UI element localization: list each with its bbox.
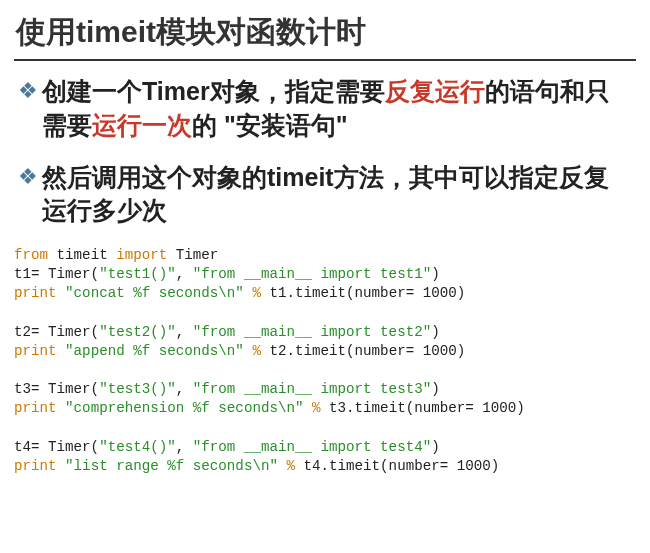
code-token: ): [431, 381, 440, 397]
bullet-1-text: 创建一个Timer对象，指定需要反复运行的语句和只需要运行一次的 "安装语句": [42, 75, 628, 143]
code-token: "from __main__ import test1": [193, 266, 431, 282]
slide-title: 使用timeit模块对函数计时: [16, 12, 636, 53]
code-token: 1000: [482, 400, 516, 416]
code-block: from timeit import Timer t1= Timer("test…: [14, 246, 636, 476]
code-token: ): [431, 324, 440, 340]
code-blank: [14, 362, 23, 378]
bullet-1: ❖ 创建一个Timer对象，指定需要反复运行的语句和只需要运行一次的 "安装语句…: [14, 75, 636, 143]
code-token: %: [252, 343, 261, 359]
code-token: "list range %f seconds\n": [57, 458, 287, 474]
diamond-bullet-icon: ❖: [14, 161, 42, 229]
bullet-1-kw1: 反复运行: [385, 77, 485, 105]
code-blank: [14, 305, 23, 321]
code-token: 1000: [423, 343, 457, 359]
bullet-1-kw2: 运行一次: [92, 111, 192, 139]
code-token: t3= Timer(: [14, 381, 99, 397]
code-token: %: [286, 458, 295, 474]
code-token: timeit: [48, 247, 116, 263]
code-token: print: [14, 400, 57, 416]
bullet-1-pre1: 创建一个Timer对象，指定需要: [42, 77, 385, 105]
code-token: 1000: [457, 458, 491, 474]
code-token: t4.timeit(number=: [295, 458, 457, 474]
code-token: 1000: [423, 285, 457, 301]
code-token: "comprehension %f seconds\n": [57, 400, 312, 416]
code-token: ): [431, 439, 440, 455]
code-token: "from __main__ import test3": [193, 381, 431, 397]
code-token: import: [116, 247, 167, 263]
code-token: t4= Timer(: [14, 439, 99, 455]
code-token: from: [14, 247, 48, 263]
code-token: "test4()": [99, 439, 176, 455]
code-token: "test1()": [99, 266, 176, 282]
code-token: ,: [176, 439, 193, 455]
code-token: t1.timeit(number=: [261, 285, 423, 301]
code-blank: [14, 420, 23, 436]
slide: 使用timeit模块对函数计时 ❖ 创建一个Timer对象，指定需要反复运行的语…: [0, 0, 650, 494]
code-token: ,: [176, 324, 193, 340]
code-token: ,: [176, 266, 193, 282]
code-token: "test2()": [99, 324, 176, 340]
code-token: ): [457, 343, 466, 359]
bullet-2: ❖ 然后调用这个对象的timeit方法，其中可以指定反复运行多少次: [14, 161, 636, 229]
diamond-bullet-icon: ❖: [14, 75, 42, 143]
code-token: %: [312, 400, 321, 416]
code-token: t1= Timer(: [14, 266, 99, 282]
code-token: "from __main__ import test4": [193, 439, 431, 455]
code-token: "from __main__ import test2": [193, 324, 431, 340]
code-token: t2.timeit(number=: [261, 343, 423, 359]
code-token: print: [14, 343, 57, 359]
code-token: "append %f seconds\n": [57, 343, 253, 359]
bullet-1-post: 的 "安装语句": [192, 111, 348, 139]
code-token: %: [252, 285, 261, 301]
code-token: ,: [176, 381, 193, 397]
code-token: "concat %f seconds\n": [57, 285, 253, 301]
code-token: print: [14, 458, 57, 474]
code-token: print: [14, 285, 57, 301]
code-token: "test3()": [99, 381, 176, 397]
code-token: t3.timeit(number=: [321, 400, 483, 416]
title-divider: [14, 59, 636, 61]
code-token: ): [457, 285, 466, 301]
bullet-2-text: 然后调用这个对象的timeit方法，其中可以指定反复运行多少次: [42, 161, 628, 229]
code-token: ): [431, 266, 440, 282]
code-token: Timer: [167, 247, 218, 263]
code-token: t2= Timer(: [14, 324, 99, 340]
code-token: ): [491, 458, 500, 474]
code-token: ): [516, 400, 525, 416]
